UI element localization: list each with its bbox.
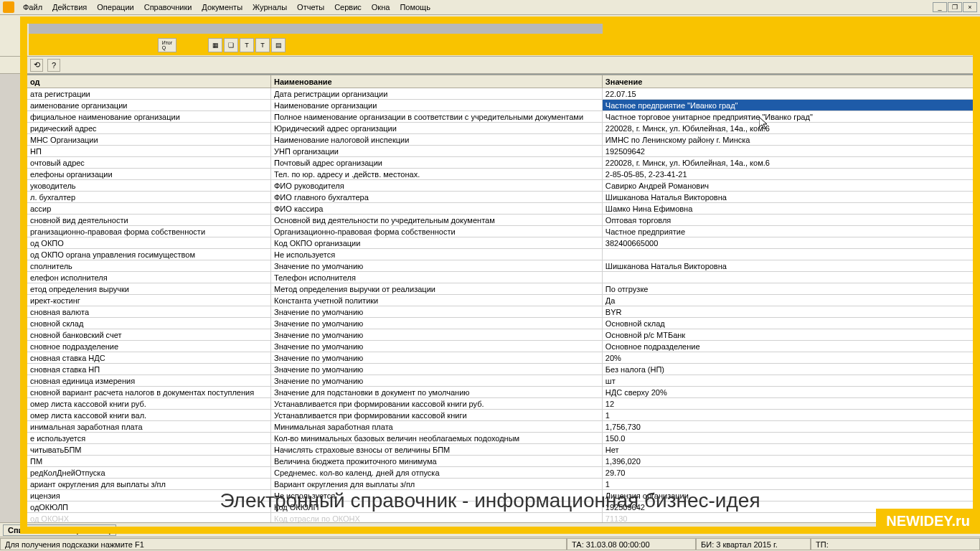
constants-table[interactable]: од Наименование Значение ата регистрации… [27, 75, 975, 533]
cell-value[interactable]: Нет [602, 444, 974, 456]
minimize-button[interactable]: _ [933, 2, 947, 12]
cell-name[interactable]: Значение по умолчанию [271, 260, 603, 272]
cell-name[interactable]: Значение по умолчанию [271, 364, 603, 375]
table-row[interactable]: сновной вариант расчета налогов в докуме… [27, 387, 975, 398]
cell-name[interactable]: Устанавливается при формировании кассово… [271, 410, 603, 421]
cell-code[interactable]: ата регистрации [27, 88, 271, 100]
table-row[interactable]: рганизационно-правовая форма собственнос… [27, 226, 975, 237]
cell-name[interactable]: Наименование организации [271, 100, 603, 111]
cell-value[interactable]: 150.0 [602, 433, 974, 444]
table-row[interactable]: аименование организацииНаименование орга… [27, 100, 975, 111]
table-row[interactable]: елефон исполнителяТелефон исполнителя [27, 272, 975, 283]
cell-value[interactable]: НДС сверху 20% [602, 387, 974, 398]
cell-code[interactable]: рганизационно-правовая форма собственнос… [27, 226, 271, 237]
cell-name[interactable]: Метод определения выручки от реализации [271, 283, 603, 295]
table-row[interactable]: елефоны организацииТел. по юр. адресу и … [27, 169, 975, 180]
cell-value[interactable]: 220028, г. Минск, ул. Юбилейная, 14а., к… [602, 157, 974, 169]
table-row[interactable]: сновной банковский счетЗначение по умолч… [27, 329, 975, 341]
column-code[interactable]: од [27, 75, 271, 88]
cell-value[interactable]: 220028, г. Минск, ул. Юбилейная, 14а., к… [602, 123, 974, 134]
task-item[interactable]: Список констант (02.09.15) [3, 524, 116, 536]
table-row[interactable]: очтовый адресПочтовый адрес организации2… [27, 157, 975, 169]
table-row[interactable]: читыватьБПМНачислять страховые взносы от… [27, 444, 975, 456]
text-icon[interactable]: T [240, 38, 254, 52]
cell-code[interactable]: инимальная заработная плата [27, 421, 271, 433]
cell-code[interactable]: омер листа кассовой книги вал. [27, 410, 271, 421]
menu-файл[interactable]: Файл [19, 1, 47, 13]
cell-code[interactable]: фициальное наименование организации [27, 111, 271, 123]
table-row[interactable]: од ОКПОКод ОКПО организации382400665000 [27, 237, 975, 249]
menu-помощь[interactable]: Помощь [395, 1, 435, 13]
cell-value[interactable]: Шамко Нина Ефимовна [602, 203, 974, 215]
cell-code[interactable]: НП [27, 146, 271, 157]
table-row[interactable]: етод определения выручкиМетод определени… [27, 283, 975, 295]
cell-code[interactable]: сновное подразделение [27, 341, 271, 352]
cell-value[interactable]: ИМНС по Ленинскому району г. Минска [602, 134, 974, 146]
table-row[interactable]: сновная ставка НДСЗначение по умолчанию2… [27, 352, 975, 364]
table-row[interactable]: сновной вид деятельностиОсновной вид дея… [27, 215, 975, 226]
cell-code[interactable]: ПМ [27, 456, 271, 467]
menu-операции[interactable]: Операции [93, 1, 138, 13]
cell-value[interactable] [602, 249, 974, 260]
cell-value[interactable]: 192509642 [602, 146, 974, 157]
cell-value[interactable]: 20% [602, 352, 974, 364]
cell-name[interactable]: Среднемес. кол-во календ. дней для отпус… [271, 467, 603, 479]
table-row[interactable]: фициальное наименование организацииПолно… [27, 111, 975, 123]
column-value[interactable]: Значение [602, 75, 974, 88]
menu-окна[interactable]: Окна [367, 1, 395, 13]
cell-value[interactable]: Частное предприятие [602, 226, 974, 237]
cell-value[interactable]: 382400665000 [602, 237, 974, 249]
cell-name[interactable]: Наименование налоговой инспекции [271, 134, 603, 146]
cell-value[interactable]: Частное предприятие "Иванко град" [602, 100, 974, 111]
cell-code[interactable]: сновной банковский счет [27, 329, 271, 341]
cell-name[interactable]: ФИО главного бухгалтера [271, 192, 603, 203]
cell-code[interactable]: МНС Организации [27, 134, 271, 146]
cell-code[interactable]: аименование организации [27, 100, 271, 111]
cell-code[interactable]: читыватьБПМ [27, 444, 271, 456]
cell-name[interactable]: Код ОКПО организации [271, 237, 603, 249]
cell-value[interactable]: 22.07.15 [602, 88, 974, 100]
cell-value[interactable]: По отгрузке [602, 283, 974, 295]
table-row[interactable]: МНС ОрганизацииНаименование налоговой ин… [27, 134, 975, 146]
grid-icon[interactable]: ▦ [208, 38, 222, 52]
cell-code[interactable]: сновной вид деятельности [27, 215, 271, 226]
cell-name[interactable]: Устанавливается при формировании кассово… [271, 398, 603, 410]
cell-code[interactable]: очтовый адрес [27, 157, 271, 169]
cell-value[interactable]: 2-85-05-85, 2-23-41-21 [602, 169, 974, 180]
cell-name[interactable]: Телефон исполнителя [271, 272, 603, 283]
cell-code[interactable]: елефоны организации [27, 169, 271, 180]
cell-code[interactable]: ассир [27, 203, 271, 215]
table-row[interactable]: сновная валютаЗначение по умолчаниюBYR [27, 306, 975, 318]
cell-code[interactable]: е используется [27, 433, 271, 444]
menu-документы[interactable]: Документы [197, 1, 247, 13]
cell-value[interactable]: Шишканова Наталья Викторовна [602, 192, 974, 203]
cell-code[interactable]: сновная единица измерения [27, 375, 271, 387]
cell-name[interactable]: Значение по умолчанию [271, 318, 603, 329]
cell-name[interactable]: Минимальная заработная плата [271, 421, 603, 433]
cell-name[interactable]: Начислять страховые взносы от величины Б… [271, 444, 603, 456]
table-row[interactable]: ирект-костингКонстанта учетной политикиД… [27, 295, 975, 306]
table-row[interactable]: ПМВеличина бюджета прожиточного минимума… [27, 456, 975, 467]
table-row[interactable]: сновная единица измеренияЗначение по умо… [27, 375, 975, 387]
cell-value[interactable]: Основной склад [602, 318, 974, 329]
cell-code[interactable]: сновная валюта [27, 306, 271, 318]
cell-value[interactable]: Основной р/с МТБанк [602, 329, 974, 341]
cell-value[interactable]: Основное подразделение [602, 341, 974, 352]
cell-code[interactable]: сновная ставка НП [27, 364, 271, 375]
table-row[interactable]: сновное подразделениеЗначение по умолчан… [27, 341, 975, 352]
cell-name[interactable]: ФИО кассира [271, 203, 603, 215]
cell-name[interactable]: УНП организации [271, 146, 603, 157]
copy-icon[interactable]: ❏ [224, 38, 238, 52]
cell-name[interactable]: Значение по умолчанию [271, 329, 603, 341]
cell-value[interactable]: Оптовая торговля [602, 215, 974, 226]
cell-name[interactable]: Значение по умолчанию [271, 352, 603, 364]
cell-code[interactable]: сновная ставка НДС [27, 352, 271, 364]
menu-действия[interactable]: Действия [48, 1, 91, 13]
cell-value[interactable]: Шишканова Наталья Викторовна [602, 260, 974, 272]
cell-name[interactable]: Значение для подстановки в документ по у… [271, 387, 603, 398]
cell-code[interactable]: од ОКПО органа управления госимуществом [27, 249, 271, 260]
table-row[interactable]: инимальная заработная платаМинимальная з… [27, 421, 975, 433]
menu-отчеты[interactable]: Отчеты [293, 1, 329, 13]
table-row[interactable]: омер листа кассовой книги руб.Устанавлив… [27, 398, 975, 410]
help-icon[interactable]: ? [47, 59, 60, 72]
